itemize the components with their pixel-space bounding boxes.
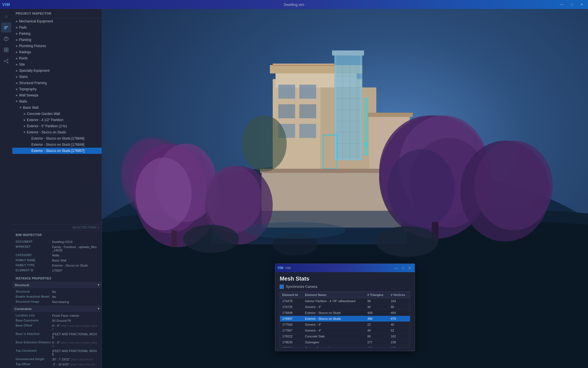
- prop-structural-usage-key: Structural Usage: [16, 300, 52, 303]
- maximize-button[interactable]: □: [568, 2, 576, 7]
- mesh-table-row[interactable]: 178630 Subregion 277 238: [280, 339, 410, 345]
- label-stucco-176848b: Exterior - Stucco on Studs [176848]: [31, 143, 99, 147]
- tree-item-site[interactable]: ▶ Site: [12, 61, 102, 68]
- tree-item-stucco-176848a[interactable]: ▶ Exterior - Stucco on Studs [176848]: [12, 135, 102, 142]
- mesh-content: Mesh Stats ✓ Synchronize Camera Element …: [275, 272, 415, 351]
- mesh-table: Element Id Element Name # Triangles # Ve…: [280, 292, 410, 348]
- prop-family-name-val: Basic Wall: [52, 259, 98, 262]
- app-logo: VIM: [2, 2, 10, 7]
- svg-point-11: [4, 61, 5, 62]
- tree-item-ext-stucco[interactable]: ▶ Exterior - Stucco on Studs: [12, 129, 102, 135]
- tree-item-pads[interactable]: ▶ Pads: [12, 24, 102, 31]
- prop-base-offset-key: Base Offset: [16, 324, 52, 327]
- mesh-close-btn[interactable]: ✕: [407, 266, 412, 270]
- svg-rect-2: [4, 29, 6, 29]
- svg-rect-0: [4, 26, 8, 27]
- cell-name: Concrete Slab: [303, 334, 365, 339]
- constraints-section-bar[interactable]: Constraints ▾: [12, 305, 102, 312]
- tree-item-topography[interactable]: ▶ Topography: [12, 86, 102, 92]
- tree-item-stucco-176957[interactable]: ▶ Exterior - Stucco on Studs [176957]: [12, 148, 102, 154]
- cube-icon[interactable]: [1, 34, 11, 44]
- prop-top-constraint-val: (FEET AND FRACTIONAL INCHE: [52, 349, 98, 356]
- prop-document-val: Dwelling.r2019: [52, 240, 98, 244]
- label-topography: Topography: [19, 87, 99, 91]
- mesh-maximize-btn[interactable]: □: [400, 266, 406, 270]
- mesh-table-row[interactable]: 178222 Concrete Slab 80 102: [280, 334, 410, 339]
- mesh-table-row[interactable]: 177583 Generic - 4" 22 40: [280, 322, 410, 328]
- title-bar-left: VIM: [2, 2, 10, 7]
- cell-triangles: 22: [365, 322, 388, 328]
- tree-item-specialty[interactable]: ▶ Specialty Equipment: [12, 68, 102, 74]
- group-icon[interactable]: [1, 45, 11, 55]
- title-bar: VIM Dwelling.vim — □ ✕: [0, 0, 588, 9]
- sync-camera-checkbox[interactable]: ✓: [280, 285, 284, 289]
- tree-item-stairs[interactable]: ▶ Stairs: [12, 74, 102, 80]
- mesh-table-row[interactable]: 176848 Exterior - Stucco on Studs 408 49…: [280, 310, 410, 316]
- cell-name: Generic - 4": [303, 304, 365, 310]
- arrow-wall-sweeps: ▶: [15, 93, 19, 98]
- cell-triangles: 277: [365, 339, 388, 345]
- viewport-3d[interactable]: VIM VIM — □ ✕ Mesh Stats ✓ Synchronize C…: [102, 9, 588, 368]
- mesh-minimize-btn[interactable]: —: [393, 266, 399, 270]
- home-icon[interactable]: ⌂: [1, 11, 11, 21]
- svg-point-73: [376, 226, 438, 257]
- tree-item-ext-5[interactable]: ▶ Exterior - 5" Partition (2-hr): [12, 123, 102, 129]
- tree-item-ext-4-5[interactable]: ▶ Exterior - 4 1/2" Partition: [12, 117, 102, 123]
- prop-enable-analytical: Enable Analytical Model No: [15, 294, 99, 299]
- instance-properties-header: INSTANCE PROPERTIES: [12, 275, 102, 282]
- mesh-table-row[interactable]: 176725 Generic - 4" 40 60: [280, 304, 410, 310]
- mesh-table-row[interactable]: 178882 Slab on Grade with stone 136 190: [280, 345, 410, 348]
- label-railings: Railings: [19, 50, 99, 54]
- cell-id: 178222: [280, 334, 303, 339]
- share-icon[interactable]: [1, 56, 11, 66]
- prop-unconnected-height-val: 30' - 7 19/32" (FEET AND FRACT: [52, 358, 98, 361]
- title-controls: — □ ✕: [558, 2, 586, 7]
- label-pads: Pads: [19, 26, 99, 29]
- arrow-ext-stucco: ▶: [22, 130, 27, 135]
- tree-item-walls[interactable]: ▶ Walls: [12, 98, 102, 105]
- label-parking: Parking: [19, 32, 99, 36]
- tree-item-wall-sweeps[interactable]: ▶ Wall Sweeps: [12, 92, 102, 98]
- svg-point-66: [388, 149, 455, 228]
- tree-item-planting[interactable]: ▶ Planting: [12, 37, 102, 43]
- svg-point-70: [242, 115, 287, 172]
- cell-id: 178882: [280, 345, 303, 348]
- tree-item-basic-wall[interactable]: ▶ Basic Wall: [12, 105, 102, 111]
- label-mechanical: Mechanical Equipment: [19, 19, 99, 23]
- arrow-topography: ▶: [15, 87, 19, 91]
- tree-item-mechanical[interactable]: ▶ Mechanical Equipment: [12, 18, 102, 24]
- mesh-table-row[interactable]: 176478 Interior Partition - 4 7/8" wBase…: [280, 298, 410, 304]
- mesh-title: Mesh Stats: [280, 276, 410, 282]
- tree-container[interactable]: ▶ Mechanical Equipment ▶ Pads ▶ Parking …: [12, 18, 102, 224]
- window-title: Dwelling.vim: [284, 3, 304, 7]
- svg-point-61: [206, 166, 262, 233]
- minimize-button[interactable]: —: [558, 2, 566, 7]
- tree-item-stucco-176848b[interactable]: ▶ Exterior - Stucco on Studs [176848]: [12, 142, 102, 148]
- cell-id: 176478: [280, 298, 303, 304]
- tree-item-parking[interactable]: ▶ Parking: [12, 31, 102, 37]
- structural-section-bar[interactable]: Structural ▾: [12, 282, 102, 288]
- tree-item-concrete-garden[interactable]: ▶ Concrete Garden Wall: [12, 111, 102, 117]
- tree-item-railings[interactable]: ▶ Railings: [12, 49, 102, 55]
- mesh-table-row[interactable]: 177867 Generic - 4" 40 62: [280, 328, 410, 334]
- prop-family-type-val: Exterior - Stucco on Studs: [52, 264, 98, 267]
- prop-structural-usage: Structural Usage Non-bearing: [15, 299, 99, 304]
- mesh-vim-logo: VIM: [277, 266, 283, 270]
- prop-category: CATEGORY Walls: [15, 253, 99, 258]
- mesh-stats-dialog: VIM VIM — □ ✕ Mesh Stats ✓ Synchronize C…: [275, 263, 415, 351]
- close-button[interactable]: ✕: [578, 2, 586, 7]
- bim-properties: DOCUMENT Dwelling.r2019 WORKSET Family :…: [12, 239, 102, 275]
- mesh-dialog-controls: — □ ✕: [393, 266, 412, 270]
- prop-family-name: FAMILY NAME Basic Wall: [15, 258, 99, 263]
- tree-item-structural-framing[interactable]: ▶ Structural Framing: [12, 80, 102, 86]
- tree-item-plumbing[interactable]: ▶ Plumbing Fixtures: [12, 43, 102, 49]
- svg-line-13: [5, 60, 7, 61]
- label-structural-framing: Structural Framing: [19, 81, 99, 85]
- svg-rect-37: [332, 50, 364, 55]
- layers-icon[interactable]: [1, 22, 11, 33]
- label-wall-sweeps: Wall Sweeps: [19, 93, 99, 97]
- mesh-table-row[interactable]: 176957 Exterior - Stucco on Studs 396 47…: [280, 316, 410, 322]
- tree-item-roofs[interactable]: ▶ Roofs: [12, 55, 102, 61]
- mesh-table-container[interactable]: Element Id Element Name # Triangles # Ve…: [280, 291, 410, 348]
- svg-rect-48: [273, 64, 334, 64]
